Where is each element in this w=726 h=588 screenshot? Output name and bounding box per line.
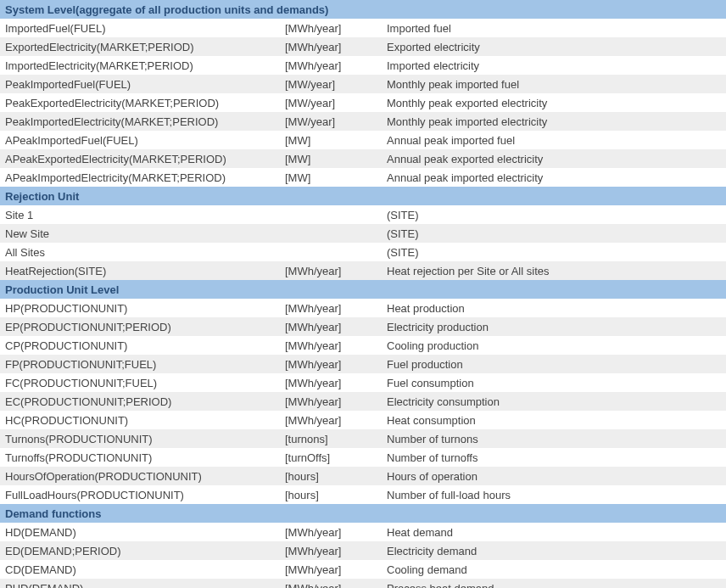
function-name-cell: HD(DEMAND) xyxy=(0,523,280,541)
table-row: HC(PRODUCTIONUNIT)[MWh/year]Heat consump… xyxy=(0,411,726,429)
unit-cell: [turnons] xyxy=(280,429,382,448)
description-cell: Electricity demand xyxy=(382,541,726,560)
table-row: HeatRejection(SITE)[MWh/year]Heat reject… xyxy=(0,261,726,280)
unit-cell: [MWh/year] xyxy=(280,37,382,56)
table-row: New Site(SITE) xyxy=(0,224,726,243)
function-name-cell: FC(PRODUCTIONUNIT;FUEL) xyxy=(0,373,280,392)
unit-cell: [MWh/year] xyxy=(280,541,382,560)
description-cell: (SITE) xyxy=(382,205,726,224)
table-row: ImportedFuel(FUEL)[MWh/year]Imported fue… xyxy=(0,19,726,37)
table-row: EC(PRODUCTIONUNIT;PERIOD)[MWh/year]Elect… xyxy=(0,392,726,411)
description-cell: Exported electricity xyxy=(382,37,726,56)
unit-cell: [MWh/year] xyxy=(280,411,382,429)
description-cell: Heat demand xyxy=(382,523,726,541)
table-row: CP(PRODUCTIONUNIT)[MWh/year]Cooling prod… xyxy=(0,336,726,355)
unit-cell xyxy=(280,224,382,243)
table-row: FullLoadHours(PRODUCTIONUNIT)[hours]Numb… xyxy=(0,485,726,504)
description-cell: Electricity production xyxy=(382,317,726,336)
function-name-cell: ExportedElectricity(MARKET;PERIOD) xyxy=(0,37,280,56)
description-cell: (SITE) xyxy=(382,243,726,261)
table-row: ExportedElectricity(MARKET;PERIOD)[MWh/y… xyxy=(0,37,726,56)
table-row: All Sites(SITE) xyxy=(0,243,726,261)
unit-cell: [MWh/year] xyxy=(280,560,382,579)
function-name-cell: EP(PRODUCTIONUNIT;PERIOD) xyxy=(0,317,280,336)
description-cell: Annual peak imported electricity xyxy=(382,168,726,187)
table-row: APeakExportedElectricity(MARKET;PERIOD)[… xyxy=(0,149,726,168)
function-name-cell: HC(PRODUCTIONUNIT) xyxy=(0,411,280,429)
unit-cell: [MWh/year] xyxy=(280,19,382,37)
unit-cell xyxy=(280,205,382,224)
table-row: EP(PRODUCTIONUNIT;PERIOD)[MWh/year]Elect… xyxy=(0,317,726,336)
function-name-cell: HP(PRODUCTIONUNIT) xyxy=(0,299,280,317)
unit-cell: [MWh/year] xyxy=(280,523,382,541)
unit-cell: [MWh/year] xyxy=(280,56,382,75)
section-header: Rejection Unit xyxy=(0,187,726,205)
unit-cell: [MW] xyxy=(280,131,382,149)
unit-cell: [MWh/year] xyxy=(280,299,382,317)
unit-cell: [MW] xyxy=(280,168,382,187)
function-name-cell: CP(PRODUCTIONUNIT) xyxy=(0,336,280,355)
description-cell: Number of full-load hours xyxy=(382,485,726,504)
description-cell: Number of turnoffs xyxy=(382,448,726,467)
function-name-cell: Turnoffs(PRODUCTIONUNIT) xyxy=(0,448,280,467)
unit-cell: [hours] xyxy=(280,467,382,485)
unit-cell: [turnOffs] xyxy=(280,448,382,467)
description-cell: Number of turnons xyxy=(382,429,726,448)
description-cell: Monthly peak imported fuel xyxy=(382,75,726,93)
description-cell: Hours of operation xyxy=(382,467,726,485)
unit-cell: [MWh/year] xyxy=(280,336,382,355)
description-cell: Monthly peak exported electricity xyxy=(382,93,726,112)
table-row: Turnons(PRODUCTIONUNIT)[turnons]Number o… xyxy=(0,429,726,448)
reference-table: System Level(aggregate of all production… xyxy=(0,0,726,588)
section-header: System Level(aggregate of all production… xyxy=(0,0,726,19)
description-cell: (SITE) xyxy=(382,224,726,243)
description-cell: Annual peak exported electricity xyxy=(382,149,726,168)
unit-cell: [MWh/year] xyxy=(280,579,382,588)
unit-cell: [MWh/year] xyxy=(280,261,382,280)
unit-cell xyxy=(280,243,382,261)
unit-cell: [hours] xyxy=(280,485,382,504)
function-name-cell: CD(DEMAND) xyxy=(0,560,280,579)
function-name-cell: APeakExportedElectricity(MARKET;PERIOD) xyxy=(0,149,280,168)
function-name-cell: PeakImportedFuel(FUEL) xyxy=(0,75,280,93)
table-row: ImportedElectricity(MARKET;PERIOD)[MWh/y… xyxy=(0,56,726,75)
function-name-cell: PeakExportedElectricity(MARKET;PERIOD) xyxy=(0,93,280,112)
function-name-cell: APeakImportedFuel(FUEL) xyxy=(0,131,280,149)
function-name-cell: FullLoadHours(PRODUCTIONUNIT) xyxy=(0,485,280,504)
description-cell: Process heat demand xyxy=(382,579,726,588)
section-header: Demand functions xyxy=(0,504,726,523)
description-cell: Heat rejection per Site or All sites xyxy=(382,261,726,280)
table-row: HP(PRODUCTIONUNIT)[MWh/year]Heat product… xyxy=(0,299,726,317)
function-name-cell: All Sites xyxy=(0,243,280,261)
table-row: FC(PRODUCTIONUNIT;FUEL)[MWh/year]Fuel co… xyxy=(0,373,726,392)
table-row: APeakImportedFuel(FUEL)[MW]Annual peak i… xyxy=(0,131,726,149)
description-cell: Cooling demand xyxy=(382,560,726,579)
unit-cell: [MWh/year] xyxy=(280,317,382,336)
description-cell: Heat consumption xyxy=(382,411,726,429)
description-cell: Cooling production xyxy=(382,336,726,355)
section-header: Production Unit Level xyxy=(0,280,726,299)
table-row: ED(DEMAND;PERIOD)[MWh/year]Electricity d… xyxy=(0,541,726,560)
function-name-cell: ImportedFuel(FUEL) xyxy=(0,19,280,37)
description-cell: Imported fuel xyxy=(382,19,726,37)
table-row: CD(DEMAND)[MWh/year]Cooling demand xyxy=(0,560,726,579)
table-row: APeakImportedElectricity(MARKET;PERIOD)[… xyxy=(0,168,726,187)
function-name-cell: ImportedElectricity(MARKET;PERIOD) xyxy=(0,56,280,75)
function-name-cell: ED(DEMAND;PERIOD) xyxy=(0,541,280,560)
unit-cell: [MWh/year] xyxy=(280,355,382,373)
description-cell: Heat production xyxy=(382,299,726,317)
unit-cell: [MW/year] xyxy=(280,93,382,112)
table-row: HoursOfOperation(PRODUCTIONUNIT)[hours]H… xyxy=(0,467,726,485)
function-name-cell: HoursOfOperation(PRODUCTIONUNIT) xyxy=(0,467,280,485)
description-cell: Monthly peak imported electricity xyxy=(382,112,726,131)
table-row: PeakExportedElectricity(MARKET;PERIOD)[M… xyxy=(0,93,726,112)
table-row: PHD(DEMAND)[MWh/year]Process heat demand xyxy=(0,579,726,588)
table-row: PeakImportedFuel(FUEL)[MW/year]Monthly p… xyxy=(0,75,726,93)
function-name-cell: PHD(DEMAND) xyxy=(0,579,280,588)
unit-cell: [MWh/year] xyxy=(280,392,382,411)
unit-cell: [MW/year] xyxy=(280,112,382,131)
table-row: Turnoffs(PRODUCTIONUNIT)[turnOffs]Number… xyxy=(0,448,726,467)
unit-cell: [MW] xyxy=(280,149,382,168)
table-row: Site 1(SITE) xyxy=(0,205,726,224)
function-name-cell: EC(PRODUCTIONUNIT;PERIOD) xyxy=(0,392,280,411)
